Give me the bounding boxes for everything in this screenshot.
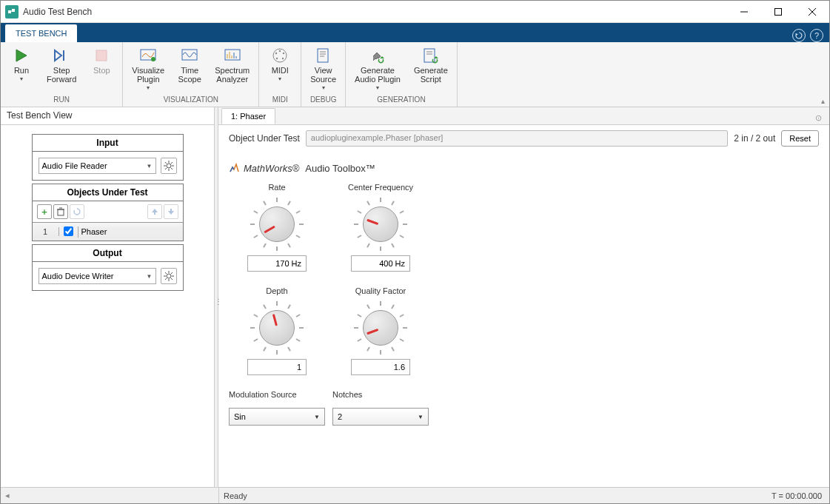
status-time: T = 00:00.000 bbox=[764, 491, 829, 500]
refresh-icon bbox=[73, 207, 81, 216]
maximize-button[interactable] bbox=[761, 1, 795, 23]
ribbon-tabstrip: TEST BENCH ? bbox=[1, 23, 829, 42]
depth-knob[interactable] bbox=[250, 301, 304, 355]
center-freq-label: Center Frequency bbox=[348, 183, 413, 193]
spectrum-analyzer-button[interactable]: Spectrum Analyzer bbox=[210, 45, 254, 95]
run-button[interactable]: Run ▾ bbox=[5, 45, 38, 95]
svg-rect-9 bbox=[96, 50, 107, 61]
app-icon bbox=[5, 5, 19, 19]
splitter[interactable] bbox=[214, 107, 218, 487]
chevron-down-icon: ▼ bbox=[418, 414, 424, 420]
nav-prev-icon[interactable]: ◂ bbox=[1, 491, 14, 500]
svg-line-42 bbox=[165, 168, 167, 169]
svg-line-59 bbox=[165, 272, 167, 274]
input-reader-select[interactable]: Audio File Reader ▼ bbox=[39, 158, 156, 174]
modulation-source-label: Modulation Source bbox=[229, 390, 325, 400]
titlebar: Audio Test Bench bbox=[1, 1, 829, 23]
notches-label: Notches bbox=[332, 390, 429, 400]
minimize-button[interactable] bbox=[727, 1, 761, 23]
svg-point-22 bbox=[283, 53, 284, 54]
toolstrip: Run ▾ Step Forward Stop RUN Visualize Pl… bbox=[1, 42, 829, 107]
arrow-up-icon bbox=[151, 208, 158, 215]
input-reader-value: Audio File Reader bbox=[42, 161, 107, 170]
rate-value[interactable] bbox=[247, 255, 307, 272]
play-icon bbox=[13, 47, 30, 64]
svg-rect-3 bbox=[775, 8, 782, 15]
rate-control: Rate bbox=[229, 183, 325, 282]
notches-select[interactable]: 2 ▼ bbox=[332, 408, 429, 426]
tab-options-icon[interactable]: ⊙ bbox=[811, 111, 825, 124]
time-scope-button[interactable]: Time Scope bbox=[173, 45, 206, 95]
input-settings-button[interactable] bbox=[161, 158, 177, 174]
depth-value[interactable] bbox=[247, 359, 307, 375]
svg-rect-25 bbox=[318, 49, 328, 62]
center-freq-value[interactable] bbox=[351, 255, 410, 272]
statusbar: ◂ Ready T = 00:00.000 bbox=[1, 487, 829, 503]
close-button[interactable] bbox=[795, 1, 829, 23]
notches-control: Notches 2 ▼ bbox=[332, 390, 429, 426]
object-under-test-row: Object Under Test audiopluginexample.Pha… bbox=[218, 125, 829, 152]
gear-icon bbox=[164, 271, 174, 281]
quality-factor-value[interactable] bbox=[351, 359, 410, 375]
tab-testbench[interactable]: TEST BENCH bbox=[5, 24, 77, 42]
svg-line-60 bbox=[171, 278, 173, 280]
quality-factor-label: Quality Factor bbox=[355, 286, 406, 297]
view-source-button[interactable]: View Source▾ bbox=[306, 45, 341, 95]
out-field: audiopluginexample.Phaser [phaser] bbox=[306, 130, 728, 147]
generate-script-icon bbox=[422, 47, 440, 64]
toolstrip-collapse-icon[interactable]: ▴ bbox=[816, 95, 829, 107]
generate-script-button[interactable]: Generate Script bbox=[409, 45, 452, 95]
help-icon[interactable]: ? bbox=[810, 29, 823, 42]
reset-button[interactable]: Reset bbox=[781, 130, 819, 147]
center-freq-knob[interactable] bbox=[354, 198, 407, 251]
objects-box: Objects Under Test ＋ 1 Phaser bbox=[32, 184, 184, 241]
stop-icon bbox=[93, 47, 110, 64]
group-gen-label: GENERATION bbox=[350, 95, 452, 107]
output-box: Output Audio Device Writer ▼ bbox=[32, 244, 184, 291]
spectrum-icon bbox=[224, 47, 241, 64]
modulation-source-value: Sin bbox=[234, 412, 246, 421]
svg-point-21 bbox=[275, 53, 277, 54]
left-panel: Test Bench View Input Audio File Reader … bbox=[1, 107, 214, 487]
input-head: Input bbox=[33, 135, 183, 152]
center-freq-control: Center Frequency bbox=[332, 183, 429, 282]
step-forward-button[interactable]: Step Forward bbox=[42, 45, 81, 95]
move-up-button bbox=[147, 204, 162, 219]
objects-toolbar: ＋ bbox=[33, 201, 183, 223]
object-row-checkbox[interactable] bbox=[59, 226, 78, 238]
chevron-down-icon: ▼ bbox=[147, 273, 153, 280]
svg-marker-7 bbox=[55, 50, 61, 61]
status-text: Ready bbox=[218, 488, 764, 503]
add-object-button[interactable]: ＋ bbox=[37, 204, 52, 219]
chevron-down-icon: ▼ bbox=[147, 163, 153, 169]
refresh-icon[interactable] bbox=[792, 29, 806, 42]
generate-audio-plugin-button[interactable]: Generate Audio Plugin▾ bbox=[350, 45, 405, 95]
svg-point-23 bbox=[276, 58, 278, 59]
mathworks-logo-icon bbox=[229, 162, 241, 174]
visualize-icon bbox=[139, 47, 157, 64]
modulation-source-select[interactable]: Sin ▼ bbox=[229, 408, 325, 426]
rate-knob[interactable] bbox=[250, 198, 304, 251]
svg-line-61 bbox=[171, 272, 173, 274]
svg-rect-12 bbox=[182, 50, 197, 60]
refresh-object-button bbox=[70, 204, 84, 219]
object-row-name: Phaser bbox=[78, 227, 183, 236]
object-row[interactable]: 1 Phaser bbox=[33, 223, 183, 241]
group-run-label: RUN bbox=[5, 95, 118, 107]
gear-icon bbox=[164, 161, 174, 171]
plugin-tab[interactable]: 1: Phaser bbox=[221, 108, 275, 124]
delete-object-button[interactable] bbox=[53, 204, 68, 219]
svg-point-20 bbox=[279, 50, 281, 52]
group-midi-label: MIDI bbox=[264, 95, 296, 107]
quality-factor-control: Quality Factor bbox=[332, 286, 429, 386]
quality-factor-knob[interactable] bbox=[354, 301, 407, 355]
output-settings-button[interactable] bbox=[161, 268, 177, 284]
svg-line-62 bbox=[165, 278, 167, 280]
trash-icon bbox=[56, 207, 65, 216]
scope-icon bbox=[181, 47, 198, 64]
output-writer-select[interactable]: Audio Device Writer ▼ bbox=[39, 268, 156, 284]
rate-label: Rate bbox=[268, 183, 285, 193]
toolbox-label: Audio Toolbox™ bbox=[305, 163, 375, 174]
visualize-plugin-button[interactable]: Visualize Plugin▾ bbox=[127, 45, 169, 95]
midi-button[interactable]: MIDI▾ bbox=[264, 45, 296, 95]
